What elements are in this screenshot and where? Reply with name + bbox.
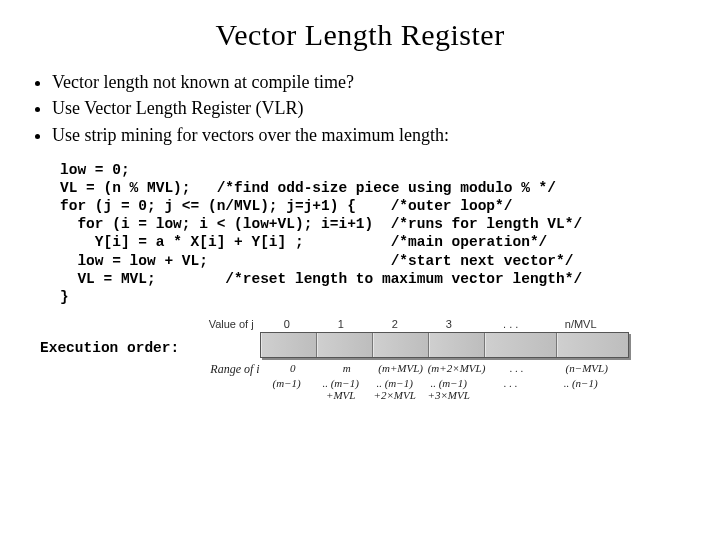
range-top: m xyxy=(320,362,374,377)
slide: Vector Length Register Vector length not… xyxy=(0,0,720,411)
j-value: 3 xyxy=(422,318,476,330)
strip-box xyxy=(429,333,485,357)
range-top-values: 0 m (m+MVL) (m+2×MVL) . . . (n−MVL) xyxy=(266,362,622,377)
j-value-row: Value of j 0 1 2 3 . . . n/MVL xyxy=(190,318,629,330)
range-top-row: Range of i 0 m (m+MVL) (m+2×MVL) . . . (… xyxy=(190,362,629,377)
execution-order-label: Execution order: xyxy=(40,340,179,356)
strip-box xyxy=(373,333,429,357)
j-value: 0 xyxy=(260,318,314,330)
bullet-item: Use Vector Length Register (VLR) xyxy=(52,96,690,120)
bullet-list: Vector length not known at compile time?… xyxy=(30,70,690,147)
j-value: n/MVL xyxy=(546,318,616,330)
range-bot: .. (m−1) +MVL xyxy=(314,377,368,401)
strip-box xyxy=(261,333,317,357)
bullet-item: Use strip mining for vectors over the ma… xyxy=(52,123,690,147)
strip-boxes xyxy=(260,332,629,358)
j-values: 0 1 2 3 . . . n/MVL xyxy=(260,318,616,330)
j-value: 1 xyxy=(314,318,368,330)
strip-box xyxy=(317,333,373,357)
j-value: 2 xyxy=(368,318,422,330)
range-bot: .. (m−1) +2×MVL xyxy=(368,377,422,401)
strip-box-ellipsis xyxy=(485,333,557,357)
range-top: (m+MVL) xyxy=(374,362,428,377)
strip-box xyxy=(557,333,628,357)
range-bot: (m−1) xyxy=(260,377,314,401)
range-bot-row: (m−1) .. (m−1) +MVL .. (m−1) +2×MVL .. (… xyxy=(190,377,629,401)
code-block: low = 0; VL = (n % MVL); /*find odd-size… xyxy=(60,161,680,306)
range-top: (n−MVL) xyxy=(552,362,622,377)
strip-mining-diagram: Value of j 0 1 2 3 . . . n/MVL xyxy=(190,318,629,401)
slide-title: Vector Length Register xyxy=(30,18,690,52)
strip-boxes-row xyxy=(190,332,629,358)
j-label: Value of j xyxy=(190,318,260,330)
bullet-item: Vector length not known at compile time? xyxy=(52,70,690,94)
range-bot-ellipsis: . . . xyxy=(476,377,546,401)
range-top: 0 xyxy=(266,362,320,377)
range-bot: .. (n−1) xyxy=(546,377,616,401)
range-top-ellipsis: . . . xyxy=(482,362,552,377)
range-bot-values: (m−1) .. (m−1) +MVL .. (m−1) +2×MVL .. (… xyxy=(260,377,616,401)
range-label: Range of i xyxy=(190,362,266,377)
range-bot: .. (m−1) +3×MVL xyxy=(422,377,476,401)
j-value-ellipsis: . . . xyxy=(476,318,546,330)
range-top: (m+2×MVL) xyxy=(428,362,482,377)
execution-order-row: Execution order: Value of j 0 1 2 3 . . … xyxy=(40,318,690,401)
